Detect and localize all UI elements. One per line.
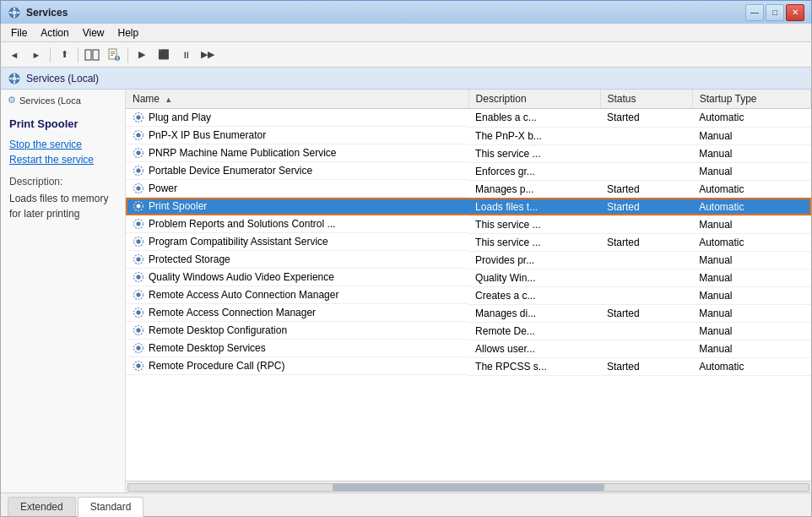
svg-point-21 (137, 116, 140, 119)
table-row[interactable]: Remote Desktop ConfigurationRemote De...… (126, 322, 811, 340)
gear-icon (133, 218, 144, 230)
col-name[interactable]: Name ▲ (126, 90, 468, 109)
service-startup-cell: Manual (692, 286, 810, 304)
service-name-cell: Quality Windows Audio Video Experience (126, 269, 468, 286)
svg-point-33 (137, 222, 140, 226)
services-table[interactable]: Name ▲ Description Status Startup Type P… (126, 90, 811, 481)
properties-button[interactable] (104, 46, 124, 64)
service-name-text: Remote Access Connection Manager (149, 307, 316, 318)
svg-rect-20 (17, 78, 19, 79)
pause-button[interactable]: ⏸ (176, 46, 196, 64)
menu-action[interactable]: Action (34, 25, 75, 41)
tab-standard[interactable]: Standard (78, 497, 144, 517)
close-button[interactable]: ✕ (786, 4, 804, 21)
table-row[interactable]: PnP-X IP Bus EnumeratorThe PnP-X b...Man… (126, 127, 811, 144)
table-row[interactable]: Remote Access Auto Connection ManagerCre… (126, 286, 811, 304)
stop-button[interactable]: ⬛ (154, 46, 174, 64)
service-name-text: Problem Reports and Solutions Control ..… (149, 218, 335, 230)
menu-help[interactable]: Help (111, 25, 146, 41)
gear-icon (133, 289, 144, 301)
horizontal-scrollbar[interactable] (126, 481, 811, 493)
service-info-panel: Print Spooler Stop the service Restart t… (1, 111, 125, 493)
service-status-cell (600, 127, 692, 144)
tree-panel: ⚙ Services (Loca (1, 90, 125, 111)
table-row[interactable]: PNRP Machine Name Publication ServiceThi… (126, 144, 811, 162)
service-status-cell (600, 162, 692, 180)
table-row[interactable]: Remote Desktop ServicesAllows user...Man… (126, 340, 811, 357)
gear-icon (133, 342, 144, 354)
back-button[interactable]: ◄ (4, 46, 24, 64)
table-row[interactable]: Program Compatibility Assistant ServiceT… (126, 233, 811, 251)
col-status[interactable]: Status (600, 90, 692, 109)
restart-service-link[interactable]: Restart the service (9, 154, 116, 166)
service-name-cell: Power (126, 180, 468, 198)
table-row[interactable]: PowerManages p...StartedAutomatic (126, 180, 811, 198)
tab-extended[interactable]: Extended (8, 497, 76, 516)
service-startup-cell: Manual (692, 162, 810, 180)
forward-button[interactable]: ► (26, 46, 46, 64)
service-desc-cell: This service ... (468, 215, 600, 233)
tree-icon: ⚙ (8, 95, 16, 106)
address-bar: Services (Local) (1, 68, 811, 90)
menu-bar: File Action View Help (0, 24, 812, 42)
service-name-text: Print Spooler (149, 200, 207, 212)
table-row[interactable]: Problem Reports and Solutions Control ..… (126, 215, 811, 233)
table-row[interactable]: Protected StorageProvides pr...Manual (126, 251, 811, 269)
service-name-text: PNRP Machine Name Publication Service (149, 147, 337, 159)
svg-point-27 (137, 169, 140, 172)
svg-point-49 (137, 364, 140, 367)
show-hide-button[interactable] (82, 46, 102, 64)
service-name-cell: PnP-X IP Bus Enumerator (126, 127, 468, 144)
service-startup-cell: Manual (692, 304, 810, 322)
services-list: Plug and PlayEnables a c...StartedAutoma… (126, 109, 811, 376)
gear-icon (133, 360, 144, 372)
description-label: Description: (9, 176, 116, 188)
service-startup-cell: Manual (692, 340, 810, 357)
svg-point-29 (137, 187, 140, 190)
service-name-cell: Print Spooler (126, 198, 468, 215)
svg-rect-4 (9, 12, 12, 14)
col-startup[interactable]: Startup Type (692, 90, 810, 109)
table-header-row: Name ▲ Description Status Startup Type (126, 90, 811, 109)
col-description[interactable]: Description (468, 90, 600, 109)
table-row[interactable]: Print SpoolerLoads files t...StartedAuto… (126, 198, 811, 215)
service-startup-cell: Automatic (692, 180, 810, 198)
service-name-cell: Plug and Play (126, 109, 468, 127)
service-startup-cell: Manual (692, 144, 810, 162)
content-area: ⚙ Services (Loca Print Spooler Stop the … (1, 90, 811, 493)
service-startup-cell: Manual (692, 251, 810, 269)
service-name-text: Remote Access Auto Connection Manager (149, 289, 338, 301)
minimize-button[interactable]: — (745, 4, 764, 21)
service-name-text: Quality Windows Audio Video Experience (149, 271, 334, 283)
service-name-text: Protected Storage (149, 253, 230, 265)
menu-view[interactable]: View (76, 25, 111, 41)
service-desc-cell: Remote De... (468, 322, 600, 340)
svg-rect-9 (111, 52, 115, 52)
svg-point-35 (137, 240, 140, 243)
service-desc-cell: Enables a c... (468, 109, 600, 128)
service-startup-cell: Manual (692, 322, 810, 340)
gear-icon (133, 129, 144, 141)
table-row[interactable]: Portable Device Enumerator ServiceEnforc… (126, 162, 811, 180)
svg-rect-7 (93, 50, 99, 60)
menu-file[interactable]: File (4, 25, 34, 41)
table-row[interactable]: Remote Procedure Call (RPC)The RPCSS s..… (126, 357, 811, 375)
start-button[interactable]: ▶ (132, 46, 152, 64)
restart-button[interactable]: ▶▶ (198, 46, 218, 64)
up-button[interactable]: ⬆ (54, 46, 74, 64)
table-row[interactable]: Remote Access Connection ManagerManages … (126, 304, 811, 322)
service-desc-cell: Manages di... (468, 304, 600, 322)
table-row[interactable]: Quality Windows Audio Video ExperienceQu… (126, 269, 811, 286)
service-desc-cell: Creates a c... (468, 286, 600, 304)
gear-icon (133, 112, 144, 123)
service-name-text: PnP-X IP Bus Enumerator (149, 129, 266, 141)
maximize-button[interactable]: □ (766, 4, 784, 21)
service-name-text: Program Compatibility Assistant Service (149, 236, 328, 248)
service-name-cell: Remote Access Connection Manager (126, 304, 468, 322)
scrollbar-thumb[interactable] (333, 484, 604, 491)
tree-item-services[interactable]: ⚙ Services (Loca (4, 93, 122, 107)
stop-service-link[interactable]: Stop the service (9, 139, 116, 150)
svg-rect-10 (111, 53, 115, 54)
service-name-cell: Protected Storage (126, 251, 468, 269)
table-row[interactable]: Plug and PlayEnables a c...StartedAutoma… (126, 109, 811, 128)
